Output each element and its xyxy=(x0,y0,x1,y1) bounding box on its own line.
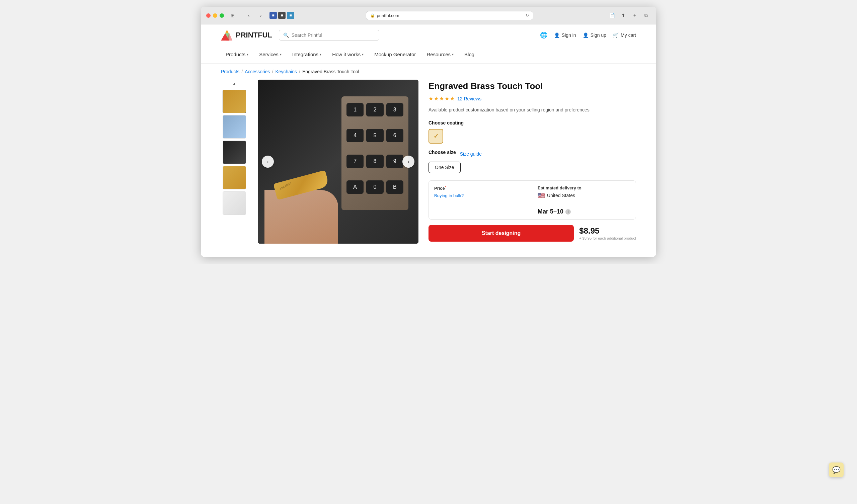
price-cell: Price* Buying in bulk? xyxy=(429,181,532,204)
thumbnail-image-3 xyxy=(223,141,246,164)
nav-products[interactable]: Products ▾ xyxy=(221,46,253,63)
key-9: 9 xyxy=(386,155,403,168)
star-1: ★ xyxy=(428,95,433,102)
sign-in-link[interactable]: 👤 Sign in xyxy=(554,32,576,38)
nav-integrations[interactable]: Integrations ▾ xyxy=(288,46,326,63)
carousel-next-button[interactable]: › xyxy=(402,156,415,168)
ext-raindrop-icon[interactable]: ■ xyxy=(269,12,277,19)
product-title: Engraved Brass Touch Tool xyxy=(428,81,636,91)
thumbnail-4[interactable] xyxy=(223,166,246,189)
product-main-image: 1 2 3 4 5 6 7 8 9 A 0 B xyxy=(258,80,418,243)
reader-view-icon[interactable]: 📄 xyxy=(607,11,617,20)
thumbnail-image-5 xyxy=(223,192,246,215)
chevron-down-icon: ▾ xyxy=(452,52,454,56)
breadcrumb-keychains[interactable]: Keychains xyxy=(275,69,297,74)
cart-icon: 🛒 xyxy=(613,32,619,38)
brass-tool-text: touchless xyxy=(279,181,292,190)
chevron-down-icon: ▾ xyxy=(320,52,321,56)
search-bar[interactable]: 🔍 xyxy=(279,30,379,40)
nav-how-it-works[interactable]: How it works ▾ xyxy=(327,46,368,63)
star-2: ★ xyxy=(434,95,439,102)
reviews-link[interactable]: 12 Reviews xyxy=(457,96,482,101)
breadcrumb-sep-2: / xyxy=(272,69,273,74)
forward-button[interactable]: › xyxy=(256,11,266,20)
size-guide-link[interactable]: Size guide xyxy=(460,151,482,157)
ext-shield-icon[interactable]: ■ xyxy=(278,12,286,19)
chevron-down-icon: ▾ xyxy=(247,52,248,56)
breadcrumb-accessories[interactable]: Accessories xyxy=(245,69,270,74)
thumbnail-2[interactable] xyxy=(223,115,246,138)
site-header: PRINTFUL 🔍 🌐 👤 Sign in 👤 Sign up 🛒 xyxy=(201,24,656,46)
header-actions: 🌐 👤 Sign in 👤 Sign up 🛒 My cart xyxy=(540,32,636,39)
nav-services[interactable]: Services ▾ xyxy=(254,46,286,63)
nav-resources[interactable]: Resources ▾ xyxy=(422,46,458,63)
coating-label: Choose coating xyxy=(428,120,636,125)
back-button[interactable]: ‹ xyxy=(244,11,253,20)
price-delivery-row: Price* Buying in bulk? Estimated deliver… xyxy=(429,181,636,204)
minimize-button[interactable] xyxy=(213,13,217,18)
url-text: printful.com xyxy=(377,13,399,18)
breadcrumb-current: Engraved Brass Touch Tool xyxy=(302,69,359,74)
delivery-date: Mar 5–10 i xyxy=(532,204,636,219)
delivery-country: United States xyxy=(547,193,575,198)
carousel-prev-button[interactable]: ‹ xyxy=(262,156,274,168)
keypad-prop: 1 2 3 4 5 6 7 8 9 A 0 B xyxy=(341,96,408,210)
logo-icon xyxy=(221,29,233,41)
new-tab-icon[interactable]: ＋ xyxy=(630,11,639,20)
tabs-icon[interactable]: ⧉ xyxy=(641,11,651,20)
chevron-down-icon: ▾ xyxy=(280,52,282,56)
thumbnail-column: ▲ xyxy=(221,80,248,243)
close-button[interactable] xyxy=(206,13,211,18)
breadcrumb-products[interactable]: Products xyxy=(221,69,239,74)
share-icon[interactable]: ⬆ xyxy=(619,11,628,20)
lock-icon: 🔒 xyxy=(370,13,375,18)
thumbnail-image-4 xyxy=(223,166,246,189)
globe-icon[interactable]: 🌐 xyxy=(540,32,547,39)
traffic-lights xyxy=(206,13,224,18)
thumbnail-image-2 xyxy=(223,116,246,138)
site-logo[interactable]: PRINTFUL xyxy=(221,29,272,41)
person-icon: 👤 xyxy=(554,32,560,38)
nav-mockup-generator[interactable]: Mockup Generator xyxy=(370,46,420,63)
brass-tool-shape: touchless xyxy=(273,170,329,200)
sidebar-toggle-button[interactable]: ⊞ xyxy=(228,11,237,20)
bulk-buying-link[interactable]: Buying in bulk? xyxy=(434,193,464,198)
price-card: Price* Buying in bulk? Estimated deliver… xyxy=(428,180,636,220)
thumb-up-button[interactable]: ▲ xyxy=(228,80,241,88)
sign-up-link[interactable]: 👤 Sign up xyxy=(583,32,606,38)
size-one-size-button[interactable]: One Size xyxy=(428,162,460,173)
thumbnail-3[interactable] xyxy=(223,140,246,164)
star-rating: ★ ★ ★ ★ ★ xyxy=(428,95,455,102)
cart-link[interactable]: 🛒 My cart xyxy=(613,32,636,38)
toolbar-actions: 📄 ⬆ ＋ ⧉ xyxy=(607,11,651,20)
key-a: A xyxy=(347,180,364,194)
product-info: Engraved Brass Touch Tool ★ ★ ★ ★ ★ 12 R… xyxy=(428,80,636,243)
delivery-label: Estimated delivery to xyxy=(538,185,631,190)
extension-icons: ■ ■ ■ xyxy=(269,12,294,19)
reload-button[interactable]: ↻ xyxy=(525,13,529,18)
key-7: 7 xyxy=(347,155,364,168)
price-label: Price* xyxy=(434,185,527,191)
maximize-button[interactable] xyxy=(220,13,224,18)
key-b: B xyxy=(386,180,403,194)
main-image-placeholder: 1 2 3 4 5 6 7 8 9 A 0 B xyxy=(258,80,418,243)
breadcrumb-sep-1: / xyxy=(241,69,243,74)
thumbnail-5[interactable] xyxy=(223,191,246,215)
product-price: $8.95 xyxy=(579,226,636,236)
delivery-info-icon[interactable]: i xyxy=(566,209,571,215)
ext-bitwarden-icon[interactable]: ■ xyxy=(287,12,294,19)
key-2: 2 xyxy=(366,103,383,116)
start-designing-button[interactable]: Start designing xyxy=(428,225,574,241)
main-nav: Products ▾ Services ▾ Integrations ▾ How… xyxy=(201,46,656,64)
address-bar[interactable]: 🔒 printful.com ↻ xyxy=(366,11,533,20)
chevron-down-icon: ▾ xyxy=(362,52,364,56)
nav-blog[interactable]: Blog xyxy=(460,46,479,63)
price-note: + $3.95 for each additional product xyxy=(579,236,636,240)
coating-option[interactable]: ✓ xyxy=(428,129,443,144)
browser-nav-controls: ‹ › xyxy=(244,11,266,20)
key-5: 5 xyxy=(366,129,383,142)
breadcrumb: Products / Accessories / Keychains / Eng… xyxy=(201,64,656,80)
thumbnail-1[interactable] xyxy=(223,90,246,113)
key-0: 0 xyxy=(366,180,383,194)
search-input[interactable] xyxy=(291,32,375,38)
